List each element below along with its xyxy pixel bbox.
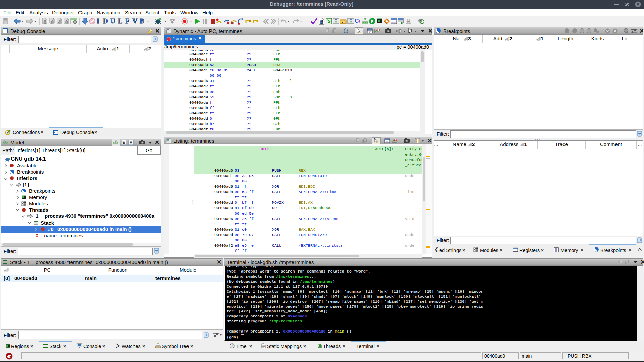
svg-text:E: E: [122, 140, 125, 144]
svg-text:DT: DT: [342, 21, 345, 23]
svg-text:01: 01: [555, 250, 557, 252]
svg-text:010: 010: [320, 22, 323, 24]
svg-text:A: A: [130, 140, 132, 144]
